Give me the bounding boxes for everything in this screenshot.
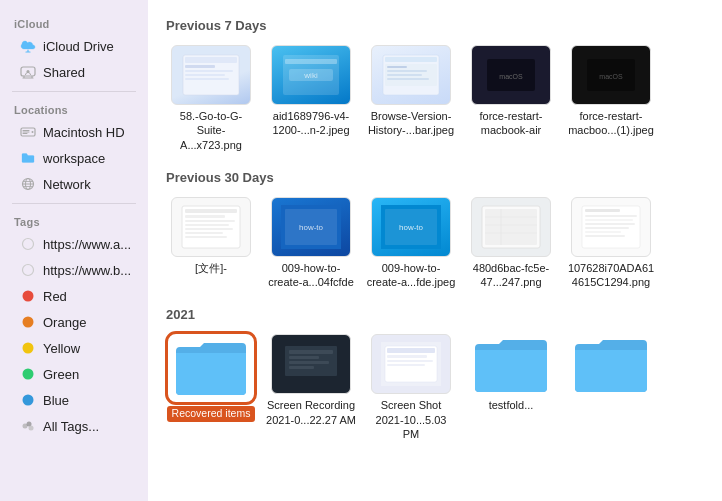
section-previous-7-days: Previous 7 Days 58.-Go-to-G-Suite-A...x7… (166, 18, 704, 152)
svg-rect-48 (185, 220, 235, 222)
list-item[interactable]: 107628i70ADA61 4615C1294.png (566, 197, 656, 290)
sidebar-item-icloud-drive[interactable]: iCloud Drive (6, 34, 142, 58)
file-thumbnail (571, 334, 651, 394)
svg-text:how-to: how-to (399, 223, 424, 232)
svg-rect-36 (387, 70, 427, 72)
tag-blue-label: Blue (43, 393, 69, 408)
list-item[interactable] (566, 334, 656, 441)
section-title-2021: 2021 (166, 307, 704, 322)
list-item[interactable]: how-to 009-how-to-create-a...fde.jpeg (366, 197, 456, 290)
sidebar-item-tag-orange[interactable]: Orange (6, 310, 142, 334)
file-name-label: Recovered items (167, 406, 256, 422)
svg-rect-37 (387, 74, 422, 76)
list-item[interactable]: Recovered items (166, 334, 256, 441)
network-label: Network (43, 177, 91, 192)
sidebar-item-tag-https-b[interactable]: https://www.b... (6, 258, 142, 282)
list-item[interactable]: 480d6bac-fc5e-47...247.png (466, 197, 556, 290)
file-thumbnail (171, 197, 251, 257)
section-2021: 2021 Recovered items (166, 307, 704, 441)
svg-point-13 (23, 265, 34, 276)
macintosh-hd-label: Macintosh HD (43, 125, 125, 140)
tag-red-icon (20, 288, 36, 304)
svg-rect-75 (289, 350, 333, 354)
svg-rect-46 (185, 209, 237, 213)
section-previous-30-days: Previous 30 Days [文件]- (166, 170, 704, 290)
file-thumbnail (471, 334, 551, 394)
file-name-label: 009-how-to-create-a...fde.jpeg (366, 261, 456, 290)
svg-rect-60 (485, 209, 537, 245)
sidebar-item-tag-blue[interactable]: Blue (6, 388, 142, 412)
file-name-label: force-restart-macbook-air (466, 109, 556, 138)
sidebar-item-shared[interactable]: Shared (6, 60, 142, 84)
divider-2 (12, 203, 136, 204)
tag-yellow-icon (20, 340, 36, 356)
workspace-icon (20, 150, 36, 166)
svg-rect-35 (387, 66, 407, 68)
list-item[interactable]: testfold... (466, 334, 556, 441)
svg-point-12 (23, 239, 34, 250)
sidebar-item-all-tags[interactable]: All Tags... (6, 414, 142, 438)
svg-rect-68 (585, 219, 633, 221)
list-item[interactable]: wiki aid1689796-v4-1200-...n-2.jpeg (266, 45, 356, 152)
sidebar-item-workspace[interactable]: workspace (6, 146, 142, 170)
sidebar-item-network[interactable]: Network (6, 172, 142, 196)
list-item[interactable]: [文件]- (166, 197, 256, 290)
tag-green-icon (20, 366, 36, 382)
file-grid-30days: [文件]- how-to 009-how-to-create-a...04fcf… (166, 197, 704, 290)
svg-rect-83 (387, 360, 433, 362)
svg-rect-77 (289, 361, 329, 364)
svg-rect-49 (185, 224, 229, 226)
sidebar-item-tag-red[interactable]: Red (6, 284, 142, 308)
file-name-label: force-restart-macboo...(1).jpeg (566, 109, 656, 138)
tags-section-label: Tags (0, 210, 148, 231)
list-item[interactable]: Screen Recording 2021-0...22.27 AM (266, 334, 356, 441)
icloud-drive-label: iCloud Drive (43, 39, 114, 54)
svg-rect-24 (185, 65, 215, 68)
tag-https-a-label: https://www.a... (43, 237, 131, 252)
locations-section-label: Locations (0, 98, 148, 119)
svg-rect-38 (387, 78, 429, 80)
list-item[interactable]: macOS force-restart-macboo...(1).jpeg (566, 45, 656, 152)
file-name-label: [文件]- (195, 261, 227, 275)
file-thumbnail: how-to (371, 197, 451, 257)
svg-rect-70 (585, 227, 629, 229)
file-name-label: testfold... (489, 398, 534, 412)
tag-orange-label: Orange (43, 315, 86, 330)
list-item[interactable]: 58.-Go-to-G-Suite-A...x723.png (166, 45, 256, 152)
list-item[interactable]: how-to 009-how-to-create-a...04fcfde (266, 197, 356, 290)
svg-point-17 (23, 369, 34, 380)
svg-rect-33 (385, 57, 437, 62)
svg-point-15 (23, 317, 34, 328)
svg-rect-67 (585, 215, 637, 217)
tag-circle-b-icon (20, 262, 36, 278)
svg-rect-82 (387, 355, 427, 358)
svg-rect-78 (289, 366, 314, 369)
list-item[interactable]: Screen Shot 2021-10...5.03 PM (366, 334, 456, 441)
tag-green-label: Green (43, 367, 79, 382)
tag-blue-icon (20, 392, 36, 408)
list-item[interactable]: macOS force-restart-macbook-air (466, 45, 556, 152)
file-name-label: 009-how-to-create-a...04fcfde (266, 261, 356, 290)
divider-1 (12, 91, 136, 92)
file-name-label: 58.-Go-to-G-Suite-A...x723.png (166, 109, 256, 152)
svg-point-21 (29, 426, 34, 431)
file-name-label: aid1689796-v4-1200-...n-2.jpeg (266, 109, 356, 138)
tag-yellow-label: Yellow (43, 341, 80, 356)
sidebar-item-tag-yellow[interactable]: Yellow (6, 336, 142, 360)
file-thumbnail: macOS (471, 45, 551, 105)
svg-rect-76 (289, 356, 319, 359)
list-item[interactable]: Browse-Version-History-...bar.jpeg (366, 45, 456, 152)
sidebar-item-tag-https-a[interactable]: https://www.a... (6, 232, 142, 256)
file-thumbnail: wiki (271, 45, 351, 105)
sidebar: iCloud iCloud Drive Shared Locations (0, 0, 148, 501)
svg-point-3 (32, 131, 34, 133)
file-name-label: Screen Recording 2021-0...22.27 AM (266, 398, 356, 427)
svg-rect-27 (185, 78, 229, 80)
file-thumbnail (371, 334, 451, 394)
sidebar-item-tag-green[interactable]: Green (6, 362, 142, 386)
file-thumbnail: macOS (571, 45, 651, 105)
macintosh-hd-icon (20, 124, 36, 140)
file-name-label: 480d6bac-fc5e-47...247.png (466, 261, 556, 290)
svg-rect-66 (585, 209, 620, 212)
sidebar-item-macintosh-hd[interactable]: Macintosh HD (6, 120, 142, 144)
